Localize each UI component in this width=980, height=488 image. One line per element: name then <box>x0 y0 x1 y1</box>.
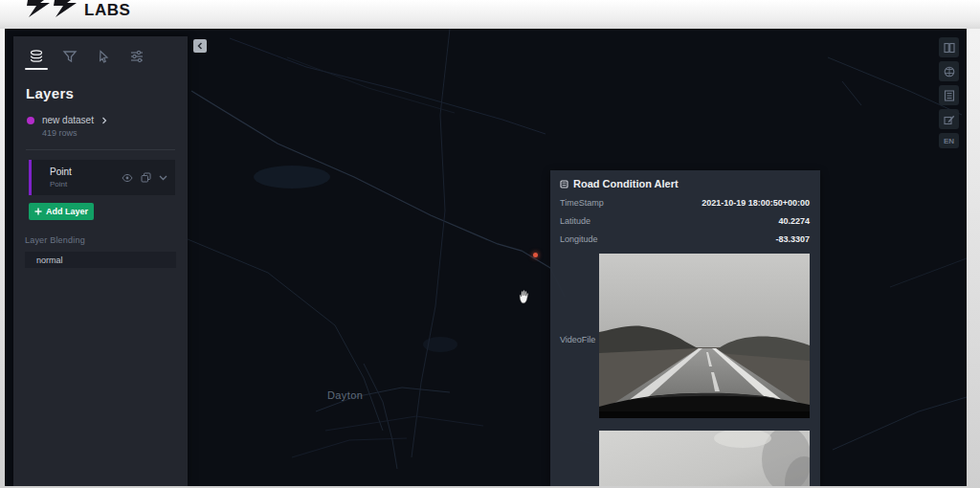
field-label: TimeStamp <box>560 198 604 208</box>
popup-header: Road Condition Alert <box>560 178 810 189</box>
map-point-marker[interactable] <box>533 253 538 257</box>
video-frame-2 <box>599 431 810 486</box>
show-legend-button[interactable] <box>939 85 959 105</box>
sliders-icon <box>129 49 145 64</box>
sidebar-collapse-button[interactable] <box>193 39 207 53</box>
split-map-icon <box>944 42 955 54</box>
layers-icon <box>29 49 44 64</box>
layer-duplicate-button[interactable] <box>141 172 151 183</box>
layer-visibility-button[interactable] <box>122 173 133 183</box>
draw-on-map-button[interactable] <box>939 109 959 129</box>
tab-basemap-settings[interactable] <box>125 49 148 72</box>
tab-filters[interactable] <box>58 49 81 72</box>
legend-icon <box>944 90 955 101</box>
layer-blending-select[interactable]: normal <box>25 252 176 268</box>
tab-layers[interactable] <box>25 49 48 72</box>
panel-divider <box>26 149 175 150</box>
browser-topbar: LABS <box>0 0 980 29</box>
add-layer-label: Add Layer <box>46 207 88 216</box>
popup-title: Road Condition Alert <box>573 178 679 189</box>
layer-blending-label: Layer Blending <box>13 220 188 245</box>
field-label: Longitude <box>560 234 598 244</box>
field-value: 40.2274 <box>778 216 810 226</box>
side-panel-tabs <box>13 36 188 72</box>
cursor-pointer-icon <box>96 49 111 64</box>
brand-logo-icon <box>27 0 82 21</box>
eye-icon <box>122 173 133 183</box>
filter-funnel-icon <box>62 49 78 64</box>
active-tab-underline <box>25 68 48 70</box>
map-city-label: Dayton <box>327 389 363 401</box>
hand-cursor-icon <box>518 289 531 304</box>
popup-field-row: TimeStamp 2021-10-19 18:00:50+00:00 <box>560 198 810 208</box>
toggle-3d-button[interactable] <box>939 61 959 81</box>
chevron-right-icon <box>101 117 107 124</box>
split-map-button[interactable] <box>939 37 959 57</box>
map-popup: Road Condition Alert TimeStamp 2021-10-1… <box>550 170 820 486</box>
dataset-color-dot <box>27 117 34 124</box>
map-controls: EN <box>939 37 959 148</box>
layer-blending-value: normal <box>36 255 63 265</box>
field-value: -83.3307 <box>775 234 810 244</box>
popup-field-row: Longitude -83.3307 <box>560 234 810 244</box>
dataset-row[interactable]: new dataset <box>13 101 188 125</box>
pin-layers-icon <box>560 180 568 189</box>
layer-subtitle: Point <box>50 180 72 189</box>
side-panel: Layers new dataset 419 rows Point Point <box>13 36 188 486</box>
field-value: 2021-10-19 18:00:50+00:00 <box>702 198 810 208</box>
layer-card-point[interactable]: Point Point <box>29 160 175 195</box>
kepler-app: Dayton <box>5 29 967 486</box>
tab-interactions[interactable] <box>92 49 115 72</box>
chevron-down-icon <box>159 175 167 181</box>
layer-expand-button[interactable] <box>159 175 167 181</box>
video-frame-1 <box>599 254 810 418</box>
draw-polygon-icon <box>944 114 955 125</box>
panel-title: Layers <box>13 72 188 101</box>
popup-video-row: VideoFile <box>560 254 810 486</box>
brand-logo-text: LABS <box>84 2 130 18</box>
brand-logo: LABS <box>27 0 130 21</box>
duplicate-icon <box>141 172 151 183</box>
dataset-name: new dataset <box>42 115 94 125</box>
field-label: Latitude <box>560 216 590 226</box>
layer-title: Point <box>50 166 72 177</box>
popup-field-row: Latitude 40.2274 <box>560 216 810 226</box>
chevron-left-icon <box>196 42 204 50</box>
dataset-row-count: 419 rows <box>13 125 188 138</box>
video-field-label: VideoFile <box>560 254 599 486</box>
globe-3d-icon <box>944 66 955 78</box>
add-layer-button[interactable]: Add Layer <box>29 203 94 220</box>
locale-button[interactable]: EN <box>939 133 959 148</box>
app-screen: LABS Dayton <box>0 0 980 488</box>
plus-icon <box>34 208 42 215</box>
